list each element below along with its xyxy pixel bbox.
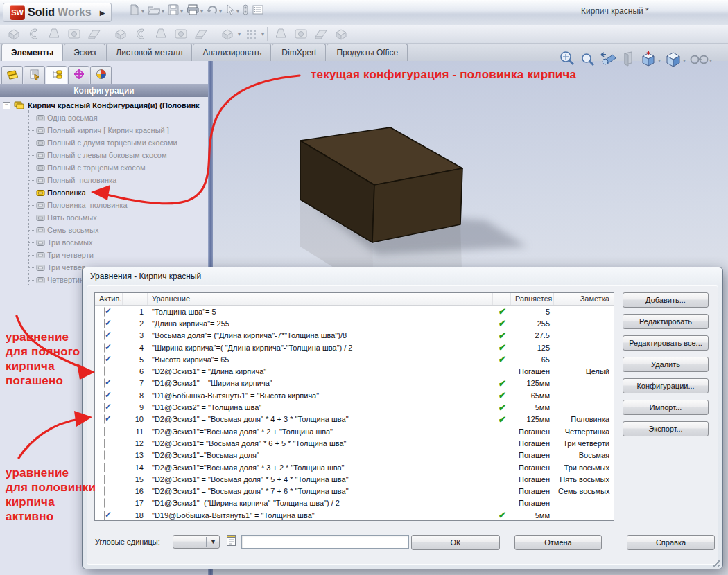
equation-row-15[interactable]: 15 "D2@Эскиз1" = "Восьмая доля" * 5 + 4 … [95,473,614,485]
help-button[interactable]: Справка [627,535,715,550]
dropdown-caret-icon[interactable]: ▾ [709,57,712,64]
equation-row-6[interactable]: 6 "D2@Эскиз1" = "Длина кирпича" Погашен … [95,365,614,377]
tab-эскиз[interactable]: Эскиз [64,44,105,61]
save-icon[interactable] [167,3,180,19]
equation-row-7[interactable]: 7 "D1@Эскиз1" = "Ширина кирпича" ✔ 125мм [95,378,614,389]
options-list-icon[interactable] [252,3,264,19]
ok-button[interactable]: ОК [411,535,500,550]
active-checkbox[interactable] [104,498,105,508]
active-checkbox[interactable] [104,439,105,448]
config-item-полный-кирпич-кирпич-красный-[interactable]: Полный кирпич [ Кирпич красный ] [0,124,208,136]
equation-row-17[interactable]: 17 "D1@Эскиз1"=("Ширина кирпича"-"Толщин… [95,497,614,509]
swept-cut-icon[interactable] [171,26,191,42]
equation-row-14[interactable]: 14 "D2@Эскиз1"="Восьмая доля" * 3 + 2 * … [95,461,614,473]
import-button[interactable]: Импорт... [623,400,709,415]
config-item-пять-восьмых[interactable]: Пять восьмых [0,211,208,224]
tree-root-configurations[interactable]: − Кирпич красный Конфигурация(и) (Полови… [0,99,208,112]
equation-row-9[interactable]: 9 "D1@Эскиз2" = "Толщина шва" ✔ 5мм [95,401,614,413]
fillet-icon[interactable] [217,26,237,42]
config-item-полный-половинка[interactable]: Полный_половинка [0,174,208,186]
dropdown-caret-icon[interactable]: ▾ [141,8,144,15]
print-icon[interactable] [186,3,200,19]
active-checkbox[interactable] [104,307,105,317]
tab-элементы[interactable]: Элементы [1,44,63,61]
active-checkbox[interactable] [104,343,105,353]
add-button[interactable]: Добавить... [623,292,709,308]
edit-button[interactable]: Редактировать [623,314,709,329]
new-document-icon[interactable] [128,3,141,19]
config-item-полный-с-торцевым-скосом[interactable]: Полный с торцевым скосом [0,161,208,174]
column-note[interactable]: Заметка [554,293,614,305]
panel-tab-display-manager[interactable] [90,66,112,85]
equation-row-18[interactable]: 18 "D19@Бобышка-Вытянуть1" = "Толщина шв… [95,509,614,521]
active-checkbox[interactable] [104,427,105,436]
equation-row-16[interactable]: 16 "D2@Эскиз1" = "Восьмая доля" * 7 + 6 … [95,485,614,497]
zoom-to-selection-icon[interactable] [599,51,617,70]
active-checkbox[interactable] [104,319,105,328]
equation-row-8[interactable]: 8 "D1@Бобышка-Вытянуть1" = "Высота кирпи… [95,389,614,401]
config-item-полный-с-левым-боковым-скосом[interactable]: Полный с левым боковым скосом [0,149,208,161]
active-checkbox[interactable] [104,378,105,388]
display-style-icon[interactable] [664,50,682,71]
extruded-cut-icon[interactable] [110,26,130,42]
equation-row-11[interactable]: 11 "D2@Эскиз1"="Восьмая доля" * 2 + "Тол… [95,425,614,437]
panel-tab-feature-manager[interactable] [1,66,23,85]
equation-row-13[interactable]: 13 "D2@Эскиз1"="Восьмая доля" Погашен Во… [95,450,614,461]
tab-продукты-office[interactable]: Продукты Office [327,44,408,61]
column-status[interactable] [493,293,511,305]
active-checkbox[interactable] [104,475,105,484]
undo-icon[interactable] [206,3,218,19]
boundary-boss-icon[interactable] [84,26,104,42]
active-checkbox[interactable] [104,330,105,340]
dropdown-caret-icon[interactable]: ▾ [162,8,164,15]
tab-листовой-металл[interactable]: Листовой металл [106,44,192,61]
config-item-семь-восьмых[interactable]: Семь восьмых [0,224,208,236]
active-checkbox[interactable] [104,355,105,364]
panel-tab-property-manager[interactable] [24,66,45,85]
active-checkbox[interactable] [104,402,105,412]
equation-row-3[interactable]: 3 "Восьмая доля"= ("Длина кирпича"-7*"То… [95,330,614,342]
dropdown-caret-icon[interactable]: ▾ [200,8,203,15]
dropdown-caret-icon[interactable]: ▾ [261,31,264,37]
configurations-button[interactable]: Конфигурации... [623,378,709,393]
equation-row-1[interactable]: 1 "Толщина шва"= 5 ✔ 5 [95,306,614,317]
dropdown-caret-icon[interactable]: ▾ [219,8,222,15]
active-checkbox[interactable] [104,486,105,496]
equation-row-12[interactable]: 12 "D2@Эскиз1"= "Восьмая доля" * 6 + 5 *… [95,437,614,449]
config-item-одна-восьмая[interactable]: Одна восьмая [0,112,208,124]
toggle-icon[interactable] [242,3,249,19]
lofted-cut-icon[interactable] [191,26,211,42]
edit-all-button[interactable]: Редактировать все... [623,335,709,351]
linear-pattern-icon[interactable] [241,26,261,42]
menu-expand-icon[interactable]: ▶ [100,9,105,17]
config-item-половинка[interactable]: Половинка [0,186,208,199]
equation-row-2[interactable]: 2 "Длина кирпича"= 255 ✔ 255 [95,317,614,329]
dropdown-caret-icon[interactable]: ▾ [236,8,239,15]
hole-wizard-icon[interactable] [130,26,150,42]
revolved-boss-icon[interactable] [24,26,44,42]
config-item-три-четверти[interactable]: Три четверти [0,249,208,261]
view-orientation-icon[interactable] [639,50,657,71]
zoom-to-area-icon[interactable] [579,51,596,70]
dropdown-caret-icon[interactable]: ▾ [658,57,661,64]
panel-tab-dimxpert-manager[interactable] [68,66,89,85]
units-comment-input[interactable] [241,535,409,549]
active-checkbox[interactable] [104,463,105,472]
column-active[interactable]: Актив... [95,293,123,305]
hide-show-items-icon[interactable] [689,52,709,69]
tab-анализировать[interactable]: Анализировать [193,44,271,61]
column-equation[interactable]: Уравнение [148,293,493,305]
dropdown-caret-icon[interactable]: ▾ [180,8,183,15]
angle-units-dropdown[interactable]: ▼ [173,535,220,549]
shell-icon[interactable] [311,26,331,42]
comment-note-icon[interactable] [226,533,237,547]
export-button[interactable]: Экспорт... [623,421,709,436]
config-item-три-восьмых[interactable]: Три восьмых [0,236,208,249]
column-equals[interactable]: Равняется [511,293,554,305]
equation-row-5[interactable]: 5 "Высота кирпича"= 65 ✔ 65 [95,353,614,365]
tab-dimxpert[interactable]: DimXpert [272,44,326,61]
collapse-icon[interactable]: − [3,102,10,109]
zoom-to-fit-icon[interactable] [559,51,575,70]
draft-icon[interactable] [291,26,311,42]
dropdown-caret-icon[interactable]: ▾ [683,57,686,64]
